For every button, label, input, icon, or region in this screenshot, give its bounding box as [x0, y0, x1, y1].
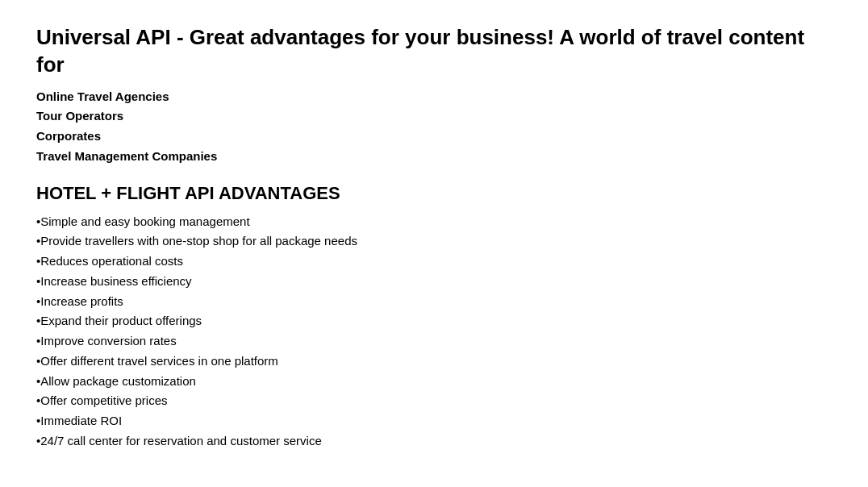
audience-item-corporates: Corporates [36, 127, 832, 147]
audience-item-tmc: Travel Management Companies [36, 147, 832, 167]
main-title: Universal API - Great advantages for you… [36, 24, 832, 79]
list-item: •Reduces operational costs [36, 252, 832, 272]
list-item: •Simple and easy booking management [36, 212, 832, 232]
list-item: •Provide travellers with one-stop shop f… [36, 231, 832, 252]
advantages-list: •Simple and easy booking management •Pro… [36, 212, 832, 452]
list-item: •Increase profits [36, 292, 832, 312]
list-item: •Immediate ROI [36, 411, 832, 431]
list-item: •Allow package customization [36, 372, 832, 392]
list-item: •Offer different travel services in one … [36, 352, 832, 372]
list-item: •Offer competitive prices [36, 391, 832, 411]
list-item: •Improve conversion rates [36, 331, 832, 352]
list-item: •Expand their product offerings [36, 311, 832, 331]
list-item: •Increase business efficiency [36, 272, 832, 292]
audience-list: Online Travel Agencies Tour Operators Co… [36, 87, 832, 167]
list-item: •24/7 call center for reservation and cu… [36, 431, 832, 452]
audience-item-ota: Online Travel Agencies [36, 87, 832, 107]
section-title: HOTEL + FLIGHT API ADVANTAGES [36, 183, 832, 204]
audience-item-tour-operators: Tour Operators [36, 106, 832, 127]
